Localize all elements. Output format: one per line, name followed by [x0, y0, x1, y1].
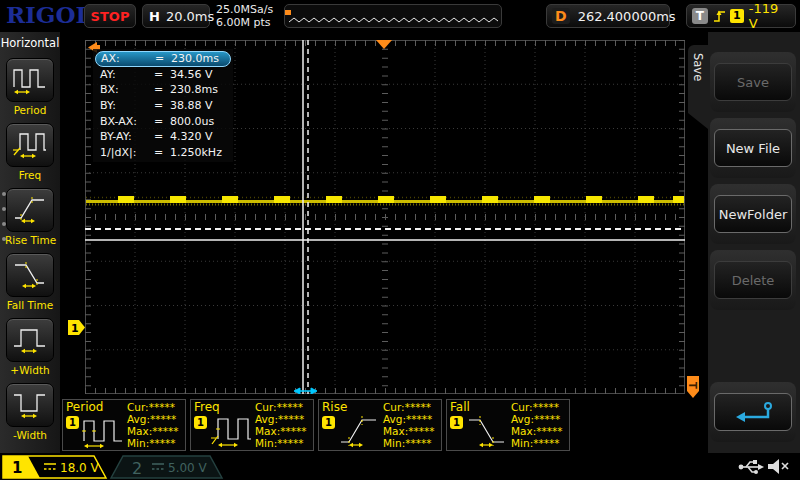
save-tab-label: Save — [691, 53, 705, 129]
stat-avg: Avg:***** — [255, 413, 307, 425]
stat-cur: Cur:***** — [127, 401, 179, 413]
trigger-position-marker[interactable] — [376, 40, 392, 49]
cursor-row-by[interactable]: BY: = 38.88 V — [95, 98, 231, 114]
trigger-info-box[interactable]: T 1 -119 V — [686, 4, 796, 28]
channel2-chip[interactable]: 2 5.00 V — [108, 455, 230, 479]
channel-badge: 1 — [66, 416, 79, 429]
top-status-bar: RIGOL STOP H 20.0ms 25.0MSa/s 6.00M pts … — [0, 0, 800, 32]
stat-min: Min:***** — [127, 437, 179, 449]
timebase-value: 20.0ms — [166, 9, 214, 24]
menu-item-rise-time[interactable]: Rise Time — [5, 188, 55, 246]
rigol-logo: RIGOL — [6, 1, 92, 28]
stat-avg: Avg:***** — [383, 413, 435, 425]
stat-cur: Cur:***** — [511, 401, 563, 413]
stat-min: Min:***** — [511, 437, 563, 449]
measure-panel-fall[interactable]: Fall 1 Cur:***** Avg:***** Max:***** Min… — [446, 399, 570, 451]
menu-item-label: -Width — [5, 429, 55, 441]
save-button: Save — [714, 63, 792, 101]
delay-offset-box[interactable]: D 262.400000ms — [546, 4, 670, 28]
cursor-readout-panel: AX: = 230.0ms AY: = 34.56 V BX: = 230.8m… — [93, 49, 233, 162]
trigger-source-badge: 1 — [730, 9, 744, 23]
measure-panel-rise[interactable]: Rise 1 Cur:***** Avg:***** Max:***** Min… — [318, 399, 442, 451]
channel1-scale: 18.0 V — [60, 461, 100, 475]
pos-width-icon — [12, 325, 48, 355]
period-icon — [12, 65, 48, 95]
oscilloscope-screen: RIGOL STOP H 20.0ms 25.0MSa/s 6.00M pts … — [0, 0, 800, 480]
cursor-row-ay[interactable]: AY: = 34.56 V — [95, 67, 231, 83]
cursor-row-bx-ax[interactable]: BX-AX: = 800.0us — [95, 113, 231, 129]
save-menu-tab: Save — [688, 45, 708, 129]
back-button[interactable] — [714, 393, 792, 431]
menu-item-freq[interactable]: Freq — [5, 123, 55, 181]
horizontal-measure-menu: Horizontal Period Freq — [0, 32, 60, 455]
stat-min: Min:***** — [383, 437, 435, 449]
rise-time-icon — [12, 195, 48, 225]
svg-text:1: 1 — [71, 322, 79, 335]
freq-icon — [12, 130, 48, 160]
cursor-row-inv-dx[interactable]: 1/|dX|: = 1.250kHz — [95, 145, 231, 161]
trigger-level-marker[interactable]: T — [686, 376, 700, 399]
rise-wave-icon — [338, 413, 380, 449]
horizontal-label: H — [149, 9, 160, 24]
fall-wave-icon — [466, 413, 508, 449]
stat-cur: Cur:***** — [383, 401, 435, 413]
menu-scroll-indicator — [2, 192, 6, 241]
acquisition-info: 25.0MSa/s 6.00M pts — [216, 3, 273, 29]
run-state-label: STOP — [91, 9, 130, 24]
sample-rate: 25.0MSa/s — [216, 3, 273, 16]
channel-badge: 1 — [194, 416, 207, 429]
stat-max: Max:***** — [511, 425, 563, 437]
delay-value: 262.400000ms — [578, 9, 676, 24]
channel-badge: 1 — [322, 416, 335, 429]
channel1-ground-marker[interactable]: 1 — [68, 319, 86, 336]
delete-button: Delete — [714, 261, 792, 299]
horizontal-timebase-box[interactable]: H 20.0ms — [142, 4, 210, 28]
svg-text:T: T — [687, 382, 698, 389]
new-folder-button[interactable]: NewFolder — [714, 195, 792, 233]
channel1-number: 1 — [12, 459, 22, 477]
channel2-scale: 5.00 V — [168, 461, 208, 475]
channel-badge: 1 — [450, 416, 463, 429]
neg-width-icon — [12, 390, 48, 420]
left-menu-title: Horizontal — [0, 32, 60, 50]
freq-wave-icon — [210, 413, 252, 449]
new-file-button[interactable]: New File — [714, 129, 792, 167]
channel-status-bar: 1 18.0 V 2 5.00 V — [0, 453, 800, 480]
usb-icon — [738, 458, 764, 476]
speaker-muted-icon — [766, 456, 790, 477]
stat-cur: Cur:***** — [255, 401, 307, 413]
waveform-preview-strip[interactable] — [284, 4, 502, 28]
cursor-row-ax[interactable]: AX: = 230.0ms — [95, 51, 231, 67]
measure-panel-freq[interactable]: Freq 1 Cur:***** Avg:***** Max:***** Min… — [190, 399, 314, 451]
menu-item-label: Freq — [5, 169, 55, 181]
period-wave-icon — [82, 413, 124, 449]
menu-item-label: Rise Time — [5, 234, 55, 246]
menu-item-label: +Width — [5, 364, 55, 376]
fall-time-icon — [12, 260, 48, 290]
menu-item-period[interactable]: Period — [5, 58, 55, 116]
stat-avg: Avg:***** — [511, 413, 563, 425]
run-state-badge[interactable]: STOP — [84, 4, 136, 28]
cursor-row-by-ay[interactable]: BY-AY: = 4.320 V — [95, 129, 231, 145]
delay-label: D — [552, 8, 570, 24]
return-arrow-icon — [730, 401, 776, 423]
channel1-trace — [86, 196, 684, 205]
menu-item-label: Period — [5, 104, 55, 116]
cursor-row-bx[interactable]: BX: = 230.8ms — [95, 82, 231, 98]
stat-max: Max:***** — [127, 425, 179, 437]
waveform-preview-icon — [285, 5, 501, 27]
menu-item-neg-width[interactable]: -Width — [5, 383, 55, 441]
trigger-level-value: -119 V — [749, 1, 790, 31]
menu-item-fall-time[interactable]: Fall Time — [5, 253, 55, 311]
stat-min: Min:***** — [255, 437, 307, 449]
memory-depth: 6.00M pts — [216, 16, 273, 29]
channel1-chip[interactable]: 1 18.0 V — [2, 455, 114, 479]
trigger-slope-icon — [713, 8, 726, 24]
trigger-label: T — [692, 8, 708, 24]
stat-max: Max:***** — [383, 425, 435, 437]
channel2-number: 2 — [132, 459, 142, 478]
measure-panel-period[interactable]: Period 1 Cur:***** Avg:***** Max:***** M… — [62, 399, 186, 451]
menu-item-pos-width[interactable]: +Width — [5, 318, 55, 376]
menu-item-label: Fall Time — [5, 299, 55, 311]
stat-max: Max:***** — [255, 425, 307, 437]
